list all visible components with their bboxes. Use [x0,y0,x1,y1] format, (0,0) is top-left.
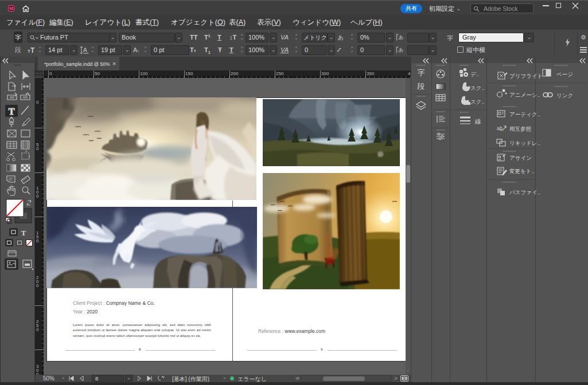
svg-text:スク..: スク.. [470,99,485,105]
svg-text:ページ: ページ [556,71,573,77]
svg-text:アサイン: アサイン [509,155,532,161]
svg-text:アーティク..: アーティク.. [509,111,540,117]
svg-text:リンク: リンク [556,92,573,99]
svg-text:字: 字 [418,68,425,77]
svg-text:リキッドレ..: リキッドレ.. [509,140,540,146]
svg-text:プリフライト: プリフライト [509,73,543,79]
svg-text:T: T [9,107,15,116]
svg-text:A: A [83,47,87,53]
svg-text:T: T [21,229,26,237]
svg-text:アニメーシ..: アニメーシ.. [509,92,540,98]
svg-text:ab̲: ab̲ [497,125,503,131]
svg-text:相互参照: 相互参照 [509,125,532,132]
svg-text:パスファイ..: パスファイ.. [509,189,540,195]
svg-text:段: 段 [417,82,425,91]
svg-text:デ..: デ.. [470,71,479,77]
svg-text:スク..: スク.. [470,85,485,91]
svg-text:変更をト..: 変更をト.. [509,168,535,174]
svg-text:線: 線 [474,118,481,125]
